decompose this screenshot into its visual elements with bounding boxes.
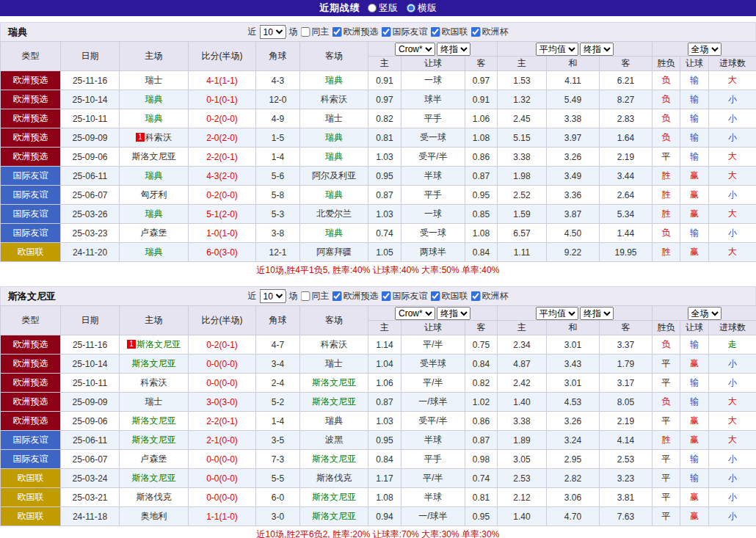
average-odds-value: 1.40 bbox=[498, 393, 547, 412]
same-home-filter[interactable]: 同主 bbox=[301, 290, 330, 302]
odds-source-select[interactable]: 终指 bbox=[437, 43, 470, 56]
same-home-filter[interactable]: 同主 bbox=[301, 26, 330, 38]
column-header: 类型 bbox=[1, 306, 61, 335]
odds-source-select[interactable]: 终指 bbox=[580, 43, 614, 56]
average-odds-value: 3.26 bbox=[547, 412, 600, 431]
home-team-name: 瑞士 bbox=[145, 75, 163, 85]
bookmaker-odds-value: 0.97 bbox=[368, 90, 401, 109]
away-team: 斯洛文尼亚 bbox=[300, 488, 368, 507]
competition-filter[interactable]: 欧国联 bbox=[431, 26, 468, 38]
corner-count: 12-1 bbox=[256, 243, 300, 262]
average-odds-value: 3.43 bbox=[547, 355, 600, 374]
result-flag: 大 bbox=[709, 205, 756, 224]
bookmaker-odds-value: 0.84 bbox=[465, 355, 498, 374]
average-odds-value: 7.63 bbox=[600, 507, 653, 526]
corner-count: 5-6 bbox=[256, 167, 300, 186]
column-header: 日期 bbox=[61, 42, 120, 71]
corner-count: 5-5 bbox=[256, 469, 300, 488]
match-count-select[interactable]: 10 bbox=[260, 289, 286, 303]
same-home-checkbox[interactable] bbox=[301, 27, 310, 37]
column-header: 客场 bbox=[300, 42, 368, 71]
competition-type-cell: 欧国联 bbox=[1, 243, 61, 262]
competition-filter[interactable]: 欧洲预选 bbox=[332, 26, 379, 38]
match-date: 25-10-11 bbox=[61, 109, 120, 128]
average-odds-value: 1.79 bbox=[600, 355, 653, 374]
competition-filter[interactable]: 国际友谊 bbox=[382, 26, 428, 38]
odds-group-header: 全场 bbox=[653, 306, 756, 321]
odds-source-select[interactable]: Crow* bbox=[395, 43, 435, 56]
home-team: 瑞典 bbox=[120, 243, 189, 262]
bookmaker-odds-value: 受一球 bbox=[401, 128, 465, 148]
result-flag: 小 bbox=[709, 507, 756, 526]
away-team: 斯洛文尼亚 bbox=[300, 393, 368, 412]
match-count-select[interactable]: 10 bbox=[260, 25, 286, 39]
competition-filter[interactable]: 国际友谊 bbox=[382, 290, 428, 302]
competition-checkbox[interactable] bbox=[382, 291, 391, 301]
average-odds-value: 2.82 bbox=[547, 469, 600, 488]
odds-source-select[interactable]: 平均值 bbox=[536, 43, 578, 56]
competition-checkbox[interactable] bbox=[332, 291, 342, 301]
result-flag: 赢 bbox=[680, 507, 709, 526]
bookmaker-odds-value: 受半球 bbox=[401, 355, 465, 374]
competition-checkbox[interactable] bbox=[332, 27, 342, 37]
view-mode-radio[interactable] bbox=[368, 4, 377, 12]
result-flag: 负 bbox=[653, 109, 680, 128]
result-flag: 小 bbox=[709, 128, 756, 148]
competition-checkbox[interactable] bbox=[471, 291, 481, 301]
score-cell: 0-0(0-0) bbox=[189, 374, 256, 393]
result-flag: 大 bbox=[709, 412, 756, 431]
bookmaker-odds-value: 0.81 bbox=[368, 128, 401, 148]
odds-source-select[interactable]: 全场 bbox=[688, 307, 722, 320]
corner-count: 5-3 bbox=[256, 205, 300, 224]
team-title: 斯洛文尼亚 bbox=[8, 290, 56, 303]
result-flag: 小 bbox=[709, 224, 756, 243]
average-odds-value: 19.95 bbox=[600, 243, 653, 262]
score-cell: 0-0(0-0) bbox=[189, 488, 256, 507]
view-mode-option[interactable]: 横版 bbox=[407, 1, 437, 15]
away-team: 波黑 bbox=[300, 431, 368, 450]
competition-filter[interactable]: 欧洲杯 bbox=[471, 290, 509, 302]
odds-source-select[interactable]: 全场 bbox=[688, 43, 722, 56]
odds-source-select[interactable]: 终指 bbox=[580, 307, 614, 320]
odds-source-select[interactable]: 平均值 bbox=[536, 307, 578, 320]
result-flag: 走 bbox=[709, 335, 756, 355]
competition-filter[interactable]: 欧洲杯 bbox=[471, 26, 509, 38]
match-row: 国际友谊25-06-11斯洛文尼亚2-1(0-0)3-5波黑0.95半球0.87… bbox=[1, 431, 756, 450]
competition-checkbox[interactable] bbox=[431, 291, 440, 301]
bookmaker-odds-value: 0.95 bbox=[465, 507, 498, 526]
bookmaker-odds-value: 平/半 bbox=[401, 469, 465, 488]
odds-source-select[interactable]: Crow* bbox=[395, 307, 435, 320]
home-team: 卢森堡 bbox=[120, 224, 189, 243]
competition-checkbox[interactable] bbox=[382, 27, 391, 37]
competition-type-cell: 欧洲预选 bbox=[1, 148, 61, 167]
team-title: 瑞典 bbox=[8, 26, 27, 39]
average-odds-value: 4.11 bbox=[547, 71, 600, 90]
score-cell: 3-0(3-0) bbox=[189, 393, 256, 412]
sub-column-header: 胜负 bbox=[653, 57, 680, 71]
average-odds-value: 2.45 bbox=[498, 109, 547, 128]
home-team-name: 瑞典 bbox=[145, 113, 163, 123]
bookmaker-odds-value: 1.06 bbox=[368, 374, 401, 393]
match-date: 25-09-09 bbox=[61, 393, 120, 412]
bookmaker-odds-value: 1.14 bbox=[368, 335, 401, 355]
competition-filter[interactable]: 欧洲预选 bbox=[332, 290, 379, 302]
competition-checkbox[interactable] bbox=[471, 27, 481, 37]
average-odds-value: 1.64 bbox=[600, 128, 653, 148]
sub-column-header: 让球 bbox=[401, 57, 465, 71]
home-team: 匈牙利 bbox=[120, 186, 189, 205]
bookmaker-odds-value: 球半 bbox=[401, 90, 465, 109]
match-row: 国际友谊25-03-23卢森堡1-0(1-0)3-8瑞典0.74受一球1.086… bbox=[1, 224, 756, 243]
average-odds-value: 2.95 bbox=[547, 450, 600, 469]
column-header: 角球 bbox=[256, 42, 300, 71]
view-mode-option[interactable]: 竖版 bbox=[368, 1, 398, 15]
match-date: 25-10-14 bbox=[61, 90, 120, 109]
competition-type-cell: 欧国联 bbox=[1, 488, 61, 507]
view-mode-radio[interactable] bbox=[407, 4, 415, 12]
odds-source-select[interactable]: 终指 bbox=[437, 307, 470, 320]
competition-filter[interactable]: 欧国联 bbox=[431, 290, 468, 302]
same-home-checkbox[interactable] bbox=[301, 291, 310, 301]
bookmaker-odds-value: 0.95 bbox=[368, 167, 401, 186]
result-flag: 赢 bbox=[680, 167, 709, 186]
competition-checkbox[interactable] bbox=[431, 27, 440, 37]
result-flag: 平 bbox=[653, 412, 680, 431]
